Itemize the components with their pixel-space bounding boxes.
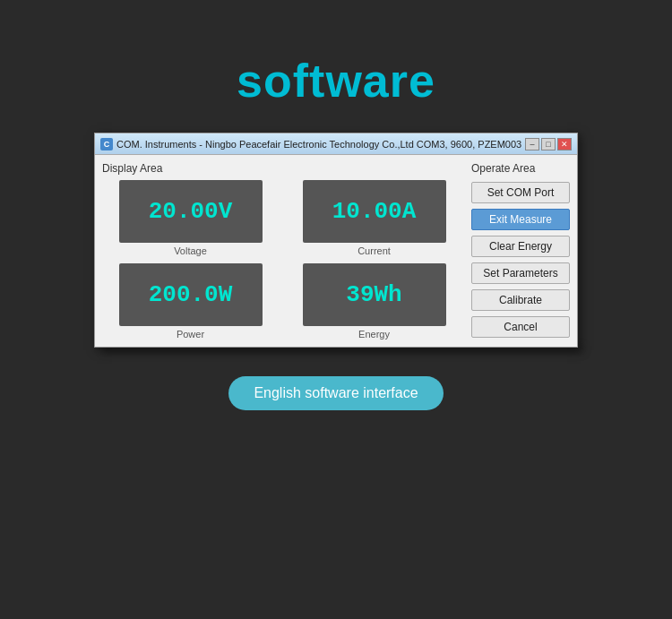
minimize-button[interactable]: – <box>525 138 539 150</box>
window-titlebar: C COM. Instruments - Ningbo Peacefair El… <box>95 133 577 155</box>
display-cell: 39WhEnergy <box>286 263 462 340</box>
software-badge: English software interface <box>228 376 443 410</box>
display-box: 20.00V <box>119 180 263 243</box>
display-unit-label: Current <box>358 245 391 256</box>
display-area: Display Area 20.00VVoltage10.00ACurrent2… <box>102 162 462 340</box>
window-body: Display Area 20.00VVoltage10.00ACurrent2… <box>95 155 577 347</box>
display-value: 20.00V <box>149 198 233 225</box>
display-value: 10.00A <box>332 198 417 225</box>
clear-energy-button[interactable]: Clear Energy <box>471 236 570 257</box>
display-grid: 20.00VVoltage10.00ACurrent200.0WPower39W… <box>102 180 462 340</box>
operate-area-label: Operate Area <box>471 162 570 175</box>
window-frame: C COM. Instruments - Ningbo Peacefair El… <box>94 133 578 348</box>
display-box: 200.0W <box>119 263 263 326</box>
titlebar-text: COM. Instruments - Ningbo Peacefair Elec… <box>116 139 521 150</box>
operate-buttons: Set COM PortExit MeasureClear EnergySet … <box>471 182 570 338</box>
display-area-label: Display Area <box>102 162 462 175</box>
set-com-port-button[interactable]: Set COM Port <box>471 182 570 203</box>
display-unit-label: Voltage <box>174 245 207 256</box>
exit-measure-button[interactable]: Exit Measure <box>471 209 570 230</box>
display-value: 39Wh <box>346 281 401 308</box>
display-cell: 200.0WPower <box>102 263 279 340</box>
page-title: software <box>237 54 435 107</box>
calibrate-button[interactable]: Calibrate <box>471 289 570 311</box>
titlebar-left: C COM. Instruments - Ningbo Peacefair El… <box>100 138 521 150</box>
display-unit-label: Energy <box>358 329 390 340</box>
operate-area: Operate Area Set COM PortExit MeasureCle… <box>471 162 570 340</box>
display-box: 10.00A <box>303 180 446 243</box>
app-window: C COM. Instruments - Ningbo Peacefair El… <box>94 133 578 348</box>
set-parameters-button[interactable]: Set Parameters <box>471 262 570 284</box>
window-icon: C <box>100 138 113 150</box>
cancel-button[interactable]: Cancel <box>471 316 570 338</box>
close-button[interactable]: ✕ <box>557 138 572 150</box>
display-cell: 10.00ACurrent <box>286 180 462 256</box>
titlebar-controls[interactable]: – □ ✕ <box>525 138 572 150</box>
restore-button[interactable]: □ <box>541 138 556 150</box>
display-cell: 20.00VVoltage <box>102 180 279 256</box>
display-unit-label: Power <box>177 329 204 340</box>
display-box: 39Wh <box>303 263 446 326</box>
display-value: 200.0W <box>149 281 233 308</box>
